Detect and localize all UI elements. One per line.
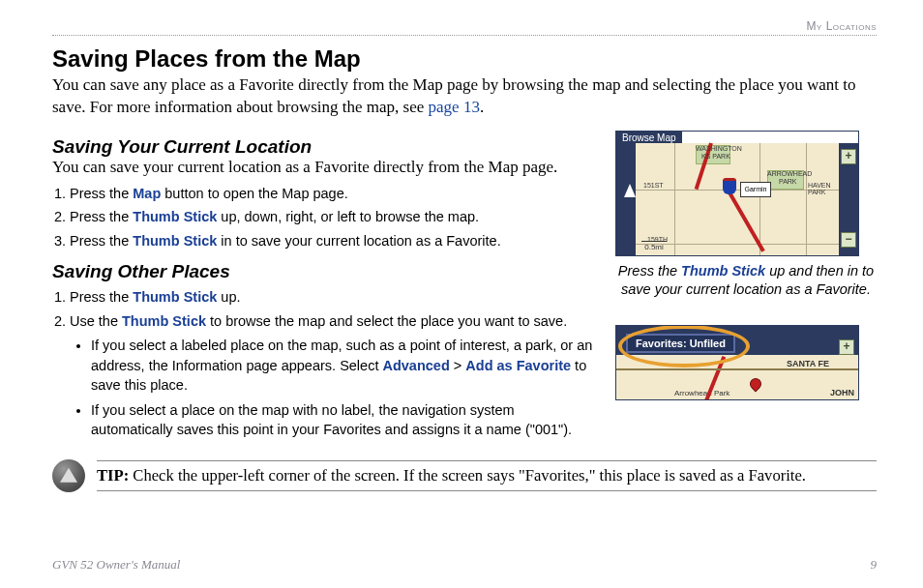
map-text: HAVEN PARK [808, 182, 839, 195]
map-text: PARK [779, 178, 797, 185]
steps-current-location: Press the Map button to open the Map pag… [52, 183, 594, 251]
compass-icon [624, 184, 636, 197]
tip-body: Check the upper-left corner of the scree… [129, 466, 806, 485]
figure-caption: Press the Thumb Stick up and then in to … [615, 262, 877, 300]
map-left-sidebar [616, 143, 636, 255]
bullet-item: If you select a labeled place on the map… [91, 336, 594, 395]
zoom-in-button[interactable]: + [841, 149, 856, 164]
page-link[interactable]: page 13 [429, 98, 480, 116]
location-pin: Garmin [740, 182, 771, 197]
scale-indicator: 0.5mi [641, 241, 667, 251]
step-item: Press the Map button to open the Map pag… [70, 183, 594, 204]
map-text: 151ST [643, 182, 664, 189]
interstate-shield-icon [723, 178, 736, 194]
current-location-desc: You can save your current location as a … [52, 158, 594, 177]
step-item: Press the Thumb Stick in to save your cu… [70, 230, 594, 251]
map-text: SANTA FE [787, 359, 829, 368]
step-item: Use the Thumb Stick to browse the map an… [70, 310, 594, 440]
tip-callout: TIP: Check the upper-left corner of the … [52, 459, 877, 492]
pin-icon [748, 376, 764, 393]
tip-label: TIP: [97, 466, 129, 485]
browse-map-figure: Browse Map + − [615, 131, 859, 256]
manual-title: GVN 52 Owner's Manual [52, 557, 180, 573]
map-text: WASHINGTON [696, 145, 742, 152]
subheading-current-location: Saving Your Current Location [52, 136, 594, 158]
subheading-other-places: Saving Other Places [52, 261, 594, 282]
map-text: JOHN [830, 388, 854, 397]
header-rule [52, 35, 877, 36]
map-right-sidebar: + − [839, 143, 858, 255]
map-canvas[interactable]: Garmin WASHINGTON KS PARK ARROWHEAD PARK… [636, 143, 839, 255]
step-item: Press the Thumb Stick up, down, right, o… [70, 206, 594, 227]
zoom-out-button[interactable]: − [841, 232, 856, 248]
favorites-figure: + Favorites: Unfiled SANTA FE JOHN Arrow… [615, 325, 859, 400]
zoom-in-button[interactable]: + [839, 339, 854, 355]
page-footer: GVN 52 Owner's Manual 9 [52, 557, 877, 573]
page-title: Saving Places from the Map [52, 45, 877, 73]
bullet-item: If you select a place on the map with no… [91, 400, 594, 440]
steps-other-places: Press the Thumb Stick up. Use the Thumb … [52, 286, 594, 439]
map-text: Arrowhead Park [674, 389, 729, 397]
tip-icon [52, 459, 85, 492]
intro-period: . [480, 98, 484, 116]
page-number: 9 [871, 557, 878, 573]
map-text: KS PARK [701, 153, 730, 160]
highlight-circle [618, 325, 750, 368]
step-item: Press the Thumb Stick up. [70, 286, 594, 308]
map-text: ARROWHEAD [767, 170, 812, 177]
section-header: My Locations [52, 19, 877, 33]
intro-paragraph: You can save any place as a Favorite dir… [52, 74, 877, 119]
